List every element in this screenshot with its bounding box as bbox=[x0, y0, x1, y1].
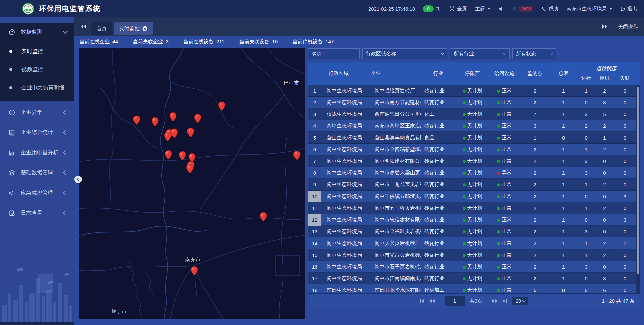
table-row[interactable]: 16阆中生态环境局阆中市石子页岩机砖厂砖瓦行业无计划正常21300 bbox=[308, 261, 636, 273]
map-panel[interactable]: 巴中市南充市遂宁市 bbox=[79, 48, 305, 319]
page-size-select[interactable]: 20 bbox=[512, 297, 528, 305]
table-row[interactable]: 1阆中生态环境局阆中强锐页岩砖厂砖瓦行业无计划正常21120 bbox=[308, 85, 636, 97]
map-pin[interactable] bbox=[132, 115, 141, 125]
app-logo-icon bbox=[22, 3, 34, 15]
tabs-scroll-left-button[interactable] bbox=[80, 24, 87, 29]
tab-close-icon[interactable] bbox=[142, 26, 147, 31]
table-row[interactable]: 13阆中生态环境局阆中市金福旺页岩机砖砖瓦行业无计划正常21300 bbox=[308, 226, 636, 237]
name-filter-input[interactable] bbox=[308, 48, 360, 59]
table-row[interactable]: 17阆中生态环境局阆中市江南镇阆南页岩砖瓦行业无计划正常21030 bbox=[308, 273, 636, 284]
cell-index: 10 bbox=[308, 191, 321, 202]
org-dropdown[interactable]: 南充市生态环境局 bbox=[567, 6, 612, 12]
map-pin[interactable] bbox=[151, 117, 159, 127]
table-row[interactable]: 14阆中生态环境局阆中大兴页岩机砖厂砖瓦行业无计划正常21120 bbox=[308, 237, 636, 249]
sidebar-item-data-monitor[interactable]: 数据监测 bbox=[0, 23, 74, 41]
map-pin[interactable] bbox=[293, 151, 301, 161]
map-pin[interactable] bbox=[186, 164, 194, 174]
prev-page-button[interactable] bbox=[429, 299, 435, 303]
table-row[interactable]: 11阆中生态环境局阆中市五马桥页岩机砖砖瓦行业无计划正常21120 bbox=[308, 202, 636, 214]
cell-pollution-facility: 正常 bbox=[489, 287, 520, 293]
column-header-3: 行业 bbox=[421, 70, 455, 77]
chevron-down-icon bbox=[441, 52, 444, 55]
table-row[interactable]: 6阆中生态环境局阆中市金博瑞新型墙材砖瓦行业无计划正常21120 bbox=[308, 144, 636, 155]
table-row[interactable]: 18南部生态环境局南部县驰华水泥有限公建材加工无计划正常60060 bbox=[308, 284, 636, 293]
sidebar-item-video-monitor[interactable]: 视频监控 bbox=[0, 60, 74, 78]
scrollbar-thumb[interactable] bbox=[637, 87, 639, 274]
page-number-input[interactable] bbox=[445, 296, 465, 306]
column-header-6: 监测点 bbox=[520, 70, 550, 77]
map-pin[interactable] bbox=[169, 112, 177, 122]
sidebar-section-emergency-reduction: 应急减排管理 bbox=[0, 184, 74, 202]
sidebar-item-enterprise-abnormal[interactable]: 企业异常 bbox=[0, 103, 74, 121]
map-pin[interactable] bbox=[259, 212, 267, 222]
cell-industry: 砖瓦行业 bbox=[421, 264, 455, 270]
table-row[interactable]: 7阆中生态环境局阆中明阳建材有限公司砖瓦行业无计划正常21300 bbox=[308, 155, 636, 167]
sidebar-collapse-toggle[interactable] bbox=[74, 176, 82, 183]
map-pin[interactable] bbox=[164, 150, 172, 160]
theme-dropdown[interactable]: 主题 bbox=[475, 6, 490, 12]
cell-company: 阆中市枣碧大梁山页岩 bbox=[367, 170, 421, 176]
help-button[interactable]: 帮助 bbox=[541, 6, 558, 12]
tab-bar-right: 关闭操作 bbox=[602, 23, 644, 30]
bottom-edge bbox=[0, 322, 74, 325]
map-pin[interactable] bbox=[186, 128, 195, 138]
cell-index: 6 bbox=[308, 144, 321, 155]
status-dot-green bbox=[463, 137, 466, 140]
bullet-dot-icon bbox=[9, 86, 12, 89]
first-page-button[interactable] bbox=[420, 299, 424, 303]
sidebar-item-power-analysis[interactable]: 企业用电量分析 bbox=[0, 144, 74, 162]
cell-lost: 0 bbox=[614, 264, 636, 270]
sidebar-item-base-data[interactable]: 基础数据管理 bbox=[0, 164, 74, 182]
table-row[interactable]: 12阆中生态环境局阆中市忠信建材有限公砖瓦行业无计划正常21003 bbox=[308, 214, 636, 226]
map-pin[interactable] bbox=[190, 266, 198, 276]
table-row[interactable]: 4高坪生态环境局南充市高坪区王家店建砖瓦行业无计划正常31220 bbox=[308, 120, 636, 132]
fullscreen-button[interactable]: 全屏 bbox=[449, 6, 467, 12]
status-dot-green bbox=[463, 172, 466, 175]
region-filter-select[interactable]: 行政区域名称 bbox=[362, 48, 447, 59]
map-pin[interactable] bbox=[164, 132, 172, 142]
table-row[interactable]: 8阆中生态环境局阆中市枣碧大梁山页岩砖瓦行业无计划异常21300 bbox=[308, 167, 636, 179]
logout-icon bbox=[620, 6, 625, 11]
cell-main-meter: 1 bbox=[550, 100, 577, 105]
status-filter-select[interactable]: 所有状态 bbox=[512, 48, 556, 59]
page-title: 环保用电监管系统 bbox=[39, 4, 101, 13]
sidebar-item-realtime-monitor[interactable]: 实时监控 bbox=[0, 42, 74, 60]
cell-halted: 5 bbox=[595, 111, 614, 117]
map-pin[interactable] bbox=[194, 114, 202, 124]
cell-industry: 砖瓦行业 bbox=[421, 88, 455, 94]
sidebar-item-emergency-reduction[interactable]: 应急减排管理 bbox=[0, 184, 74, 202]
table-row[interactable]: 3仪陇生态环境局西南油气田分公司川中化工无计划正常71350 bbox=[308, 108, 636, 120]
app-header: 环保用电监管系统 2021-02-25 17:46:18 0 ℃ 全屏 主题 bbox=[0, 0, 644, 17]
close-operations-button[interactable]: 关闭操作 bbox=[618, 23, 638, 30]
cell-running: 1 bbox=[577, 205, 595, 211]
last-page-button[interactable] bbox=[503, 299, 507, 303]
bar-chart-icon bbox=[9, 149, 16, 156]
table-row[interactable]: 10阆中生态环境局阆中千佛镇五郎垭页岩砖瓦行业无计划正常21003 bbox=[308, 191, 636, 202]
industry-filter-select[interactable]: 所有行业 bbox=[450, 48, 510, 59]
table-row[interactable]: 2阆中生态环境局阆中市南方节能建材有砖瓦行业无计划正常21030 bbox=[308, 97, 636, 108]
notifications-button[interactable]: 2632 bbox=[512, 6, 533, 12]
tab-home[interactable]: 首页 bbox=[91, 22, 112, 35]
tab-realtime-monitor[interactable]: 实时监控 bbox=[114, 22, 153, 35]
cell-index: 15 bbox=[308, 249, 321, 261]
sidebar-item-log-view[interactable]: 日志查看 bbox=[0, 204, 74, 222]
logout-button[interactable]: 退出 bbox=[620, 6, 637, 12]
status-dot-green bbox=[463, 289, 466, 292]
sidebar-item-enterprise-stats[interactable]: 企业综合统计 bbox=[0, 123, 74, 142]
sidebar-item-power-load-detail[interactable]: 企业电力负荷明细 bbox=[0, 78, 74, 97]
table-row[interactable]: 9阆中生态环境局阆中市二龙长宝页岩砖砖瓦行业无计划正常21120 bbox=[308, 179, 636, 191]
next-page-button[interactable] bbox=[492, 299, 498, 303]
table-row[interactable]: 15阆中生态环境局阆中市光富页岩机砖厂砖瓦行业无计划正常21120 bbox=[308, 249, 636, 261]
cell-pollution-facility: 正常 bbox=[489, 99, 520, 106]
tabs-scroll-right-button[interactable] bbox=[602, 24, 608, 29]
table-row[interactable]: 5营山生态环境局营山县润丰肉食品有限食品无计划正常10010 bbox=[308, 132, 636, 144]
cell-lost: 0 bbox=[614, 287, 636, 293]
gauge-icon bbox=[9, 29, 16, 35]
cell-pollution-facility: 正常 bbox=[489, 228, 520, 235]
map-pin[interactable] bbox=[178, 151, 186, 161]
map-pin[interactable] bbox=[218, 101, 226, 111]
cell-industry: 砖瓦行业 bbox=[421, 99, 455, 106]
speaker-button[interactable] bbox=[498, 6, 503, 11]
cell-region: 阆中生态环境局 bbox=[321, 181, 367, 188]
tabs-container: 首页实时监控 bbox=[91, 22, 155, 36]
